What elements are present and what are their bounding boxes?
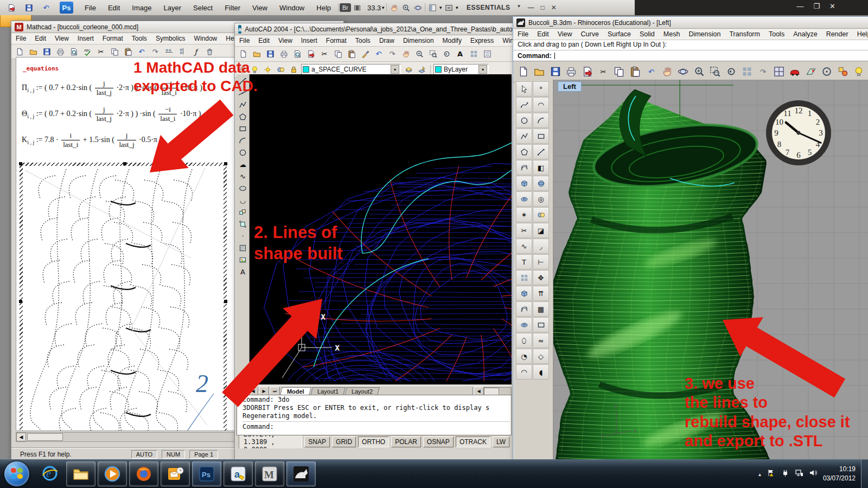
select-icon[interactable] xyxy=(516,81,532,97)
surface-edit-icon[interactable] xyxy=(516,301,532,317)
start-button[interactable] xyxy=(4,461,29,486)
patch-icon[interactable]: ▦ xyxy=(533,301,549,317)
open-icon[interactable] xyxy=(532,64,546,79)
close-button[interactable]: ✕ xyxy=(829,2,835,10)
menu-item-file[interactable]: File xyxy=(11,34,30,43)
menu-item-solid[interactable]: Solid xyxy=(635,29,659,39)
zoom-level[interactable]: 33.3 xyxy=(367,4,381,12)
tray-flag-icon[interactable] xyxy=(767,468,775,479)
move-icon[interactable]: ✥ xyxy=(533,270,549,285)
cylinder-icon[interactable]: ⬯ xyxy=(516,333,532,348)
toggle-snap[interactable]: SNAP xyxy=(304,436,330,447)
ring-icon[interactable] xyxy=(516,317,532,332)
polyline-icon[interactable] xyxy=(237,99,249,111)
taskbar-rhinoceros[interactable] xyxy=(286,461,316,486)
four-viewports-icon[interactable] xyxy=(772,64,786,79)
horizontal-scrollbar[interactable]: ◀ xyxy=(16,432,239,442)
menu-item-view[interactable]: View xyxy=(274,36,297,46)
line-icon[interactable] xyxy=(533,144,549,159)
taskbar-mathcad[interactable]: M xyxy=(255,461,284,486)
menu-item-dimension[interactable]: Dimension xyxy=(684,29,725,39)
color-combo[interactable]: ByLayer ▾ xyxy=(433,64,489,75)
new-icon[interactable] xyxy=(237,49,249,60)
command-prompt[interactable]: Command: xyxy=(242,421,510,431)
circle-icon[interactable] xyxy=(237,147,249,158)
layer-vp-icon[interactable] xyxy=(275,64,286,75)
menu-item-window[interactable]: Window xyxy=(498,36,513,46)
menu-item-select[interactable]: Select xyxy=(187,2,219,14)
insert-block-icon[interactable] xyxy=(237,207,249,218)
taskbar-internet-explorer[interactable]: e xyxy=(36,461,64,485)
taskbar-media-player[interactable] xyxy=(98,461,127,486)
sweep-icon[interactable]: ◖ xyxy=(533,364,549,380)
rotate-view-icon[interactable] xyxy=(676,64,690,79)
ws-close-button[interactable]: ✕ xyxy=(551,4,557,11)
blend-icon[interactable]: ∿ xyxy=(516,239,532,254)
equation-theta[interactable]: Θi , j := ( 0.7 + 0.2·sin ( jlast_j ·2·π… xyxy=(22,105,201,123)
selection-handle[interactable] xyxy=(123,162,126,165)
tray-network-icon[interactable] xyxy=(795,468,803,479)
layout-grid-icon[interactable] xyxy=(468,49,480,60)
render-grid-icon[interactable] xyxy=(804,64,818,79)
undo-icon[interactable]: ↶ xyxy=(644,64,658,79)
open-icon[interactable] xyxy=(27,46,39,57)
tray-clock[interactable]: 10:19 03/07/2012 xyxy=(823,465,856,484)
copy-icon[interactable] xyxy=(108,46,120,57)
print-icon[interactable] xyxy=(278,49,290,60)
screen-mode-icon[interactable] xyxy=(443,2,455,13)
curve2-icon[interactable]: ◠ xyxy=(533,97,549,112)
menu-item-file[interactable]: File xyxy=(79,2,102,14)
mini-bridge-icon[interactable] xyxy=(351,2,363,13)
tab-layout1[interactable]: Layout1 xyxy=(310,387,346,395)
toggle-grid[interactable]: GRID xyxy=(332,436,356,447)
selection-handle[interactable] xyxy=(224,300,227,303)
point-icon[interactable]: · xyxy=(237,230,249,242)
menu-item-analyze[interactable]: Analyze xyxy=(789,29,821,39)
revolve-icon[interactable]: ◎ xyxy=(533,191,549,207)
fan-icon[interactable]: ◔ xyxy=(516,349,532,364)
menu-item-image[interactable]: Image xyxy=(126,2,157,14)
dim-icon[interactable]: ⊢ xyxy=(533,254,549,269)
arrange-dropdown-icon[interactable]: ▼ xyxy=(438,5,443,10)
menu-item-dimension[interactable]: Dimension xyxy=(399,36,438,46)
matchprop-icon[interactable] xyxy=(359,49,371,60)
spellcheck-icon[interactable]: ABC xyxy=(81,46,93,57)
toggle-otrack[interactable]: OTRACK xyxy=(456,436,490,447)
layer-prev-icon[interactable] xyxy=(416,64,427,75)
layer-states-icon[interactable] xyxy=(403,64,414,75)
region-tag[interactable]: _equations xyxy=(23,65,59,72)
menu-item-mesh[interactable]: Mesh xyxy=(659,29,685,39)
selection-handle[interactable] xyxy=(19,300,22,303)
polyline-icon[interactable] xyxy=(516,129,532,144)
workspace-label[interactable]: ESSENTIALS xyxy=(467,4,510,11)
menu-item-modify[interactable]: Modify xyxy=(438,36,466,46)
menu-item-file[interactable]: File xyxy=(513,29,533,39)
rhino-titlebar[interactable]: Buccoli_B.3dm - Rhinoceros (Educational)… xyxy=(513,17,868,29)
undo-icon[interactable]: ↶ xyxy=(40,2,52,13)
polygon-icon[interactable] xyxy=(516,144,532,159)
surface-icon[interactable] xyxy=(516,160,532,175)
menu-item-view[interactable]: View xyxy=(553,29,577,39)
trash-icon[interactable] xyxy=(203,46,215,57)
cut-icon[interactable]: ✂ xyxy=(596,64,610,79)
menu-item-transform[interactable]: Transform xyxy=(725,29,764,39)
restore-button[interactable]: ❐ xyxy=(813,2,820,10)
menu-item-view[interactable]: View xyxy=(50,34,73,43)
menu-item-format[interactable]: Format xyxy=(322,36,351,46)
show-desktop-button[interactable] xyxy=(861,460,868,488)
split-icon[interactable]: ◪ xyxy=(533,223,549,238)
export-icon[interactable] xyxy=(580,64,594,79)
solid-tools-icon[interactable] xyxy=(516,286,532,301)
equation-k[interactable]: Ki , j := 7.8 · ilast_i + 1.5·sin ( jlas… xyxy=(22,131,162,149)
layer-combo[interactable]: a_SPACE_CURVE ▾ xyxy=(301,64,401,75)
menu-item-draw[interactable]: Draw xyxy=(375,36,399,46)
extrude-icon[interactable]: ⇈ xyxy=(533,286,549,301)
publish-icon[interactable] xyxy=(305,49,317,60)
boolean-icon[interactable] xyxy=(533,207,549,222)
zoom-window-icon[interactable] xyxy=(708,64,722,79)
workspace-dropdown-icon[interactable]: ▼ xyxy=(516,4,521,11)
mesh-icon[interactable]: ◇ xyxy=(533,349,549,364)
tray-up-icon[interactable]: ▴ xyxy=(758,471,761,477)
menu-item-help[interactable]: Help xyxy=(310,2,337,14)
scrollbar-thumb[interactable] xyxy=(27,433,63,441)
